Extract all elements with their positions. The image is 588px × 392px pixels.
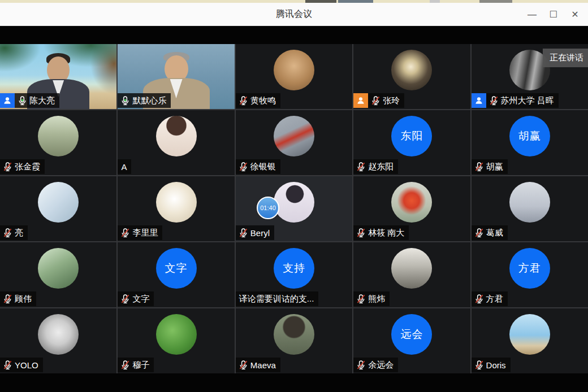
avatar-wrap: 方君 [472, 248, 588, 289]
participant-tile[interactable]: Doris [472, 308, 588, 373]
avatar-photo [156, 182, 197, 223]
name-label-row: 胡赢 [472, 159, 508, 174]
mic-muted-icon [2, 360, 13, 371]
name-label-row: 文字 [118, 291, 154, 306]
orange-role-badge [353, 93, 368, 108]
avatar-photo [391, 182, 432, 223]
name-label: 余远会 [353, 358, 398, 372]
window-controls: — ☐ ✕ [524, 3, 583, 26]
participant-name: 顾伟 [15, 294, 32, 304]
avatar-wrap [236, 50, 352, 90]
participant-name: 苏州大学 吕晖 [501, 95, 554, 106]
avatar-wrap: 文字 [118, 248, 234, 289]
name-label-row: 余远会 [353, 358, 398, 372]
name-label-row: 赵东阳 [353, 159, 398, 174]
avatar-photo [391, 50, 432, 90]
window-title: 腾讯会议 [0, 0, 588, 26]
name-label-row: A [118, 159, 131, 174]
maximize-button[interactable]: ☐ [545, 6, 562, 23]
name-label-row: 穆子 [118, 358, 154, 372]
participant-name: 亮 [15, 228, 23, 238]
person-icon [356, 95, 366, 106]
name-label: 林筱 南大 [353, 225, 409, 240]
avatar-photo [38, 182, 79, 223]
avatar-photo [38, 116, 79, 156]
participant-tile[interactable]: 文字文字 [118, 242, 234, 307]
name-label: 徐银银 [236, 159, 280, 174]
avatar-wrap [118, 116, 234, 156]
avatar-wrap [0, 248, 116, 289]
speaking-indicator: 正在讲话 [543, 49, 588, 67]
participant-name: 李里里 [132, 228, 158, 238]
name-label: Maeva [236, 358, 280, 372]
blue-role-badge [472, 93, 486, 108]
participant-tile[interactable]: 陈大亮 [0, 44, 116, 109]
participant-tile[interactable]: 林筱 南大 [353, 176, 470, 241]
name-label: 胡赢 [472, 159, 508, 174]
participant-tile[interactable]: 亮 [0, 176, 116, 241]
participant-tile[interactable]: 远会余远会 [353, 308, 470, 373]
title-bar: 腾讯会议 — ☐ ✕ [0, 0, 588, 26]
participant-tile[interactable]: 顾伟 [0, 242, 116, 307]
name-label: 方君 [472, 291, 508, 306]
avatar-wrap [0, 182, 116, 223]
name-label-row: 默默心乐 [118, 93, 171, 108]
mic-muted-icon [356, 162, 366, 172]
mic-muted-icon [370, 95, 381, 106]
mic-muted-icon [2, 162, 13, 172]
participant-tile[interactable]: 默默心乐 [118, 44, 234, 109]
participant-name: 黄牧鸣 [250, 95, 276, 106]
participant-tile[interactable]: 东阳赵东阳 [353, 110, 470, 175]
participant-tile[interactable]: 徐银银 [236, 110, 352, 175]
avatar-wrap [472, 314, 588, 355]
participant-tile[interactable]: 支持译论需要训诂的支... [236, 242, 352, 307]
name-label: 陈大亮 [15, 93, 59, 108]
avatar-wrap [353, 248, 470, 289]
avatar-photo [38, 314, 79, 355]
name-label: 穆子 [118, 358, 154, 372]
participant-name: 方君 [486, 294, 503, 304]
mic-active-icon [17, 95, 28, 106]
person-icon [474, 95, 484, 106]
mic-muted-icon [356, 228, 366, 238]
mic-muted-icon [238, 228, 249, 238]
name-label-row: 顾伟 [0, 291, 36, 306]
participant-tile[interactable]: 黄牧鸣 [236, 44, 352, 109]
participant-tile[interactable]: YOLO [0, 308, 116, 373]
mic-muted-icon [474, 294, 485, 304]
close-button[interactable]: ✕ [567, 6, 583, 23]
name-label-row: 葛威 [472, 225, 508, 240]
blue-role-badge [0, 93, 15, 108]
participant-tile[interactable]: 张金霞 [0, 110, 116, 175]
participant-tile[interactable]: 李里里 [118, 176, 234, 241]
avatar-wrap [236, 314, 352, 355]
participant-tile[interactable]: 葛威 [472, 176, 588, 241]
participant-tile[interactable]: A [118, 110, 234, 175]
mic-muted-icon [356, 360, 366, 371]
participant-name: 张金霞 [15, 162, 40, 172]
name-label-row: 黄牧鸣 [236, 93, 280, 108]
mic-muted-icon [2, 294, 13, 304]
mic-muted-icon [356, 294, 366, 304]
participant-tile[interactable]: 穆子 [118, 308, 234, 373]
avatar-photo [274, 50, 314, 90]
participant-tile[interactable]: 方君方君 [472, 242, 588, 307]
mic-muted-icon [238, 360, 249, 371]
name-label-row: 译论需要训诂的支... [236, 291, 319, 306]
participant-tile[interactable]: Maeva [236, 308, 352, 373]
participant-tile[interactable]: 胡赢胡赢 [472, 110, 588, 175]
participant-tile[interactable]: 熊炜 [353, 242, 470, 307]
avatar-wrap [118, 182, 234, 223]
name-label: YOLO [0, 358, 43, 372]
participant-tile[interactable]: 张玲 [353, 44, 470, 109]
participant-name: 默默心乐 [132, 95, 166, 106]
name-label: 顾伟 [0, 291, 36, 306]
participant-tile[interactable]: 01:40Beryl [236, 176, 352, 241]
participant-name: Maeva [250, 360, 276, 370]
mic-muted-icon [238, 162, 249, 172]
name-label: 文字 [118, 291, 154, 306]
avatar-photo [38, 248, 79, 289]
avatar-initials: 远会 [391, 314, 432, 355]
minimize-button[interactable]: — [524, 6, 541, 23]
name-label-row: 陈大亮 [0, 93, 59, 108]
